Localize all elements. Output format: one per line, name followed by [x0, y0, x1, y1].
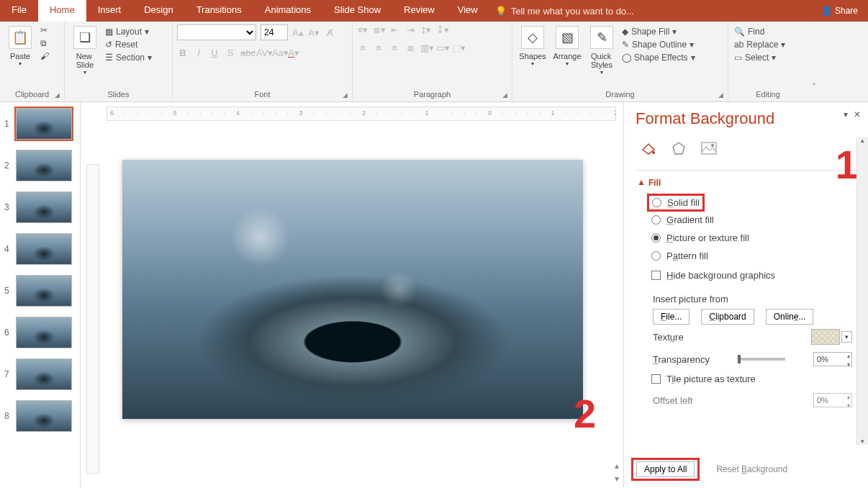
fill-section-header[interactable]: ▲Fill [637, 178, 858, 188]
tab-design[interactable]: Design [132, 0, 184, 22]
texture-dropdown-button[interactable]: ▾ [841, 331, 852, 343]
indent-less-button[interactable]: ⇤ [389, 24, 400, 35]
font-color-button[interactable]: A▾ [288, 48, 299, 58]
select-button[interactable]: ▭Select ▾ [733, 52, 787, 63]
justify-button[interactable]: ≣ [404, 42, 416, 53]
line-spacing-button[interactable]: ‡▾ [420, 24, 432, 35]
reset-background-button[interactable]: Reset Background [708, 461, 795, 477]
transparency-slider[interactable] [738, 358, 785, 361]
panel-close-button[interactable]: ✕ [854, 109, 861, 119]
italic-button[interactable]: I [193, 48, 204, 58]
align-center-button[interactable]: ≡ [373, 42, 384, 53]
collapse-ribbon-button[interactable]: ˄ [808, 22, 820, 101]
panel-scrollbar[interactable]: ▴▾ [856, 137, 868, 445]
grow-font-button[interactable]: A▴ [292, 27, 304, 38]
format-painter-button[interactable]: 🖌 [39, 50, 50, 62]
thumbnail-2[interactable]: 2 [4, 150, 77, 181]
shape-effects-button[interactable]: ◯Shape Effects ▾ [620, 52, 697, 63]
transparency-spinner[interactable]: 0%▴▾ [813, 352, 852, 366]
shapes-button[interactable]: ◇Shapes▾ [517, 24, 548, 68]
picture-fill-radio[interactable] [651, 233, 661, 243]
fill-tab-icon[interactable] [638, 140, 659, 157]
smartart-button[interactable]: ⬚▾ [452, 42, 464, 53]
dialog-launcher-icon[interactable]: ◢ [718, 91, 723, 99]
tell-me-search[interactable]: 💡Tell me what you want to do... [495, 0, 634, 22]
gradient-fill-label: Gradient fill [666, 214, 714, 225]
columns-button[interactable]: ▥▾ [420, 42, 432, 53]
solid-fill-label: SSolid fillolid fill [667, 197, 700, 208]
prev-slide-button[interactable]: ▴ [615, 461, 619, 471]
quick-styles-button[interactable]: ✎Quick Styles▾ [586, 24, 618, 77]
align-text-button[interactable]: ▭▾ [436, 42, 448, 53]
slide[interactable] [122, 160, 583, 419]
bulb-icon: 💡 [495, 6, 507, 17]
panel-options-button[interactable]: ▾ [844, 109, 848, 119]
clipboard-button[interactable]: Clipboard [701, 309, 754, 325]
layout-button[interactable]: ▦Layout ▾ [104, 26, 153, 37]
numbering-button[interactable]: ≣▾ [373, 24, 384, 35]
tab-home[interactable]: Home [38, 0, 86, 22]
tab-file[interactable]: File [0, 0, 38, 22]
picture-tab-icon[interactable] [699, 140, 719, 157]
indent-more-button[interactable]: ⇥ [404, 24, 416, 35]
tab-view[interactable]: View [446, 0, 489, 22]
thumbnail-8[interactable]: 8 [4, 400, 77, 432]
offset-label: Offset left [653, 395, 692, 406]
offset-spinner[interactable]: 0%▴▾ [813, 393, 852, 407]
horizontal-ruler: 6 · · · · 5 · · · · 4 · · · · 3 · · · · … [107, 107, 616, 121]
bullets-button[interactable]: ≡▾ [357, 24, 369, 35]
align-right-button[interactable]: ≡ [389, 42, 400, 53]
strike-button[interactable]: abc [240, 48, 252, 58]
tile-checkbox[interactable] [651, 374, 661, 384]
gradient-fill-radio[interactable] [651, 215, 661, 225]
layout-icon: ▦ [105, 27, 113, 37]
thumbnail-3[interactable]: 3 [4, 191, 77, 223]
next-slide-button[interactable]: ▾ [615, 474, 619, 484]
file-button[interactable]: File... [653, 309, 690, 325]
tab-insert[interactable]: Insert [86, 0, 133, 22]
paste-button[interactable]: 📋 Paste▾ [4, 24, 36, 68]
font-family-select[interactable] [177, 24, 256, 40]
bold-button[interactable]: B [177, 48, 189, 58]
effects-tab-icon[interactable] [669, 140, 689, 157]
dialog-launcher-icon[interactable]: ◢ [502, 91, 507, 99]
shrink-font-button[interactable]: A▾ [308, 27, 320, 38]
tab-review[interactable]: Review [392, 0, 446, 22]
online-button[interactable]: Online... [766, 309, 814, 325]
align-left-button[interactable]: ≡ [357, 42, 369, 53]
text-direction-button[interactable]: ↧▾ [436, 24, 448, 35]
shape-outline-button[interactable]: ✎Shape Outline ▾ [620, 39, 697, 50]
hide-graphics-checkbox[interactable] [651, 271, 661, 280]
replace-button[interactable]: abReplace ▾ [733, 39, 787, 50]
thumbnail-7[interactable]: 7 [4, 358, 77, 390]
char-spacing-button[interactable]: AV▾ [256, 48, 268, 58]
shape-fill-button[interactable]: ◆Shape Fill ▾ [620, 26, 697, 37]
pattern-fill-radio[interactable] [651, 251, 661, 261]
font-size-input[interactable] [261, 24, 288, 40]
solid-fill-radio[interactable] [652, 198, 661, 207]
reset-button[interactable]: ↺Reset [104, 39, 153, 50]
tab-slideshow[interactable]: Slide Show [322, 0, 392, 22]
dialog-launcher-icon[interactable]: ◢ [55, 91, 60, 99]
underline-button[interactable]: U [209, 48, 220, 58]
thumbnail-4[interactable]: 4 [4, 233, 77, 265]
find-button[interactable]: 🔍Find [733, 26, 787, 37]
thumbnail-6[interactable]: 6 [4, 317, 77, 348]
arrange-button[interactable]: ▧Arrange▾ [551, 24, 583, 68]
svg-marker-1 [673, 143, 684, 154]
dialog-launcher-icon[interactable]: ◢ [343, 91, 348, 99]
section-button[interactable]: ☰Section ▾ [104, 52, 153, 63]
apply-to-all-button[interactable]: Apply to All [636, 461, 695, 477]
new-slide-button[interactable]: ❏ New Slide▾ [69, 24, 101, 77]
cut-button[interactable]: ✂ [39, 24, 50, 36]
texture-combo[interactable] [811, 329, 840, 345]
share-button[interactable]: 👤Share [811, 0, 868, 22]
change-case-button[interactable]: Aa▾ [272, 48, 284, 58]
copy-button[interactable]: ⧉ [39, 37, 50, 49]
thumbnail-1[interactable]: 1 [4, 108, 77, 140]
shadow-button[interactable]: S [225, 48, 236, 58]
tab-transitions[interactable]: Transitions [185, 0, 253, 22]
thumbnail-5[interactable]: 5 [4, 275, 77, 307]
clear-format-button[interactable]: A̸ [324, 27, 335, 38]
tab-animations[interactable]: Animations [253, 0, 322, 22]
